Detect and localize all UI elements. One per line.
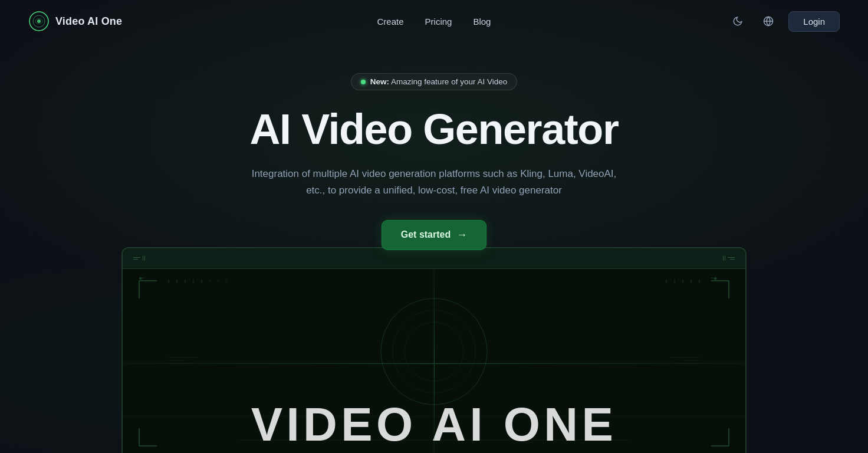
- nav-right: Login: [727, 11, 840, 32]
- laptop-top-bar: [123, 248, 745, 269]
- cta-label: Get started: [401, 229, 451, 240]
- svg-rect-6: [133, 259, 138, 260]
- moon-icon: [732, 16, 743, 27]
- get-started-button[interactable]: Get started →: [382, 220, 486, 250]
- hero-section: New: Amazing feature of your AI Video AI…: [0, 42, 868, 250]
- hero-subtitle: Integration of multiple AI video generat…: [251, 166, 617, 199]
- svg-rect-10: [730, 259, 735, 260]
- nav-link-create[interactable]: Create: [377, 17, 404, 27]
- svg-rect-11: [723, 256, 724, 261]
- badge-text: New: Amazing feature of your AI Video: [370, 77, 507, 86]
- navbar: Video AI One Create Pricing Blog Login: [0, 0, 868, 42]
- nav-link-blog[interactable]: Blog: [473, 17, 491, 27]
- svg-rect-9: [728, 257, 735, 258]
- laptop-mockup: ◉— —◉ VIDEO AI ONE: [121, 247, 747, 453]
- nav-links: Create Pricing Blog: [377, 17, 491, 27]
- laptop-hud-right-icon: [711, 254, 735, 262]
- svg-rect-8: [144, 256, 145, 261]
- hero-title: AI Video Generator: [250, 107, 619, 153]
- nav-link-pricing[interactable]: Pricing: [425, 17, 452, 27]
- laptop-controls-right: [711, 254, 735, 262]
- logo-icon: [28, 11, 50, 32]
- announcement-badge[interactable]: New: Amazing feature of your AI Video: [351, 73, 517, 90]
- badge-dot: [361, 80, 366, 84]
- svg-point-15: [381, 298, 487, 405]
- nav-brand-name: Video AI One: [55, 15, 122, 28]
- svg-point-17: [405, 322, 463, 381]
- svg-point-16: [393, 310, 475, 393]
- dark-mode-button[interactable]: [727, 11, 748, 32]
- nav-logo[interactable]: Video AI One: [28, 11, 122, 32]
- screen-watermark-text: VIDEO AI ONE: [251, 398, 617, 452]
- language-button[interactable]: [758, 11, 779, 32]
- laptop-hud-left-icon: [133, 254, 157, 262]
- cta-arrow-icon: →: [456, 229, 467, 241]
- svg-text:◉—: ◉—: [139, 275, 145, 281]
- svg-text:—◉: —◉: [711, 275, 717, 281]
- laptop-screen: ◉— —◉ VIDEO AI ONE: [121, 247, 747, 453]
- login-button[interactable]: Login: [788, 11, 840, 32]
- svg-point-2: [37, 19, 41, 23]
- laptop-screen-content: ◉— —◉ VIDEO AI ONE: [123, 269, 745, 453]
- svg-rect-12: [725, 256, 725, 261]
- svg-rect-5: [133, 257, 140, 258]
- svg-rect-7: [143, 256, 143, 261]
- language-icon: [763, 16, 774, 27]
- laptop-controls-left: [133, 254, 157, 262]
- hud-overlay-svg: ◉— —◉: [123, 269, 745, 453]
